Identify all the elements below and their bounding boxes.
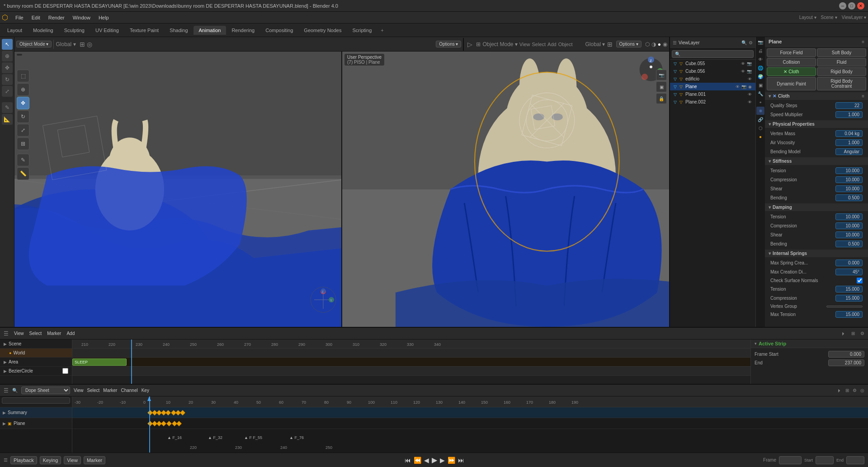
rotate-tool-icon[interactable]: ↻ <box>2 74 13 85</box>
vp-header-icon-2[interactable]: ⊞ <box>476 41 481 47</box>
viewlayer-selector[interactable]: ViewLayer ▾ <box>842 15 866 20</box>
lock-camera-icon[interactable]: 🔒 <box>656 93 667 104</box>
vp-view-menu[interactable]: View <box>519 42 530 47</box>
annotate-tool-icon[interactable]: ✎ <box>2 102 13 113</box>
cloth-btn[interactable]: ✕ Cloth <box>767 67 816 76</box>
vertex-group-value[interactable] <box>826 306 863 307</box>
ws-tab-animation[interactable]: Animation <box>193 26 226 35</box>
view-menu-btn[interactable]: View <box>64 456 81 464</box>
quality-steps-value[interactable]: 22 <box>835 102 863 109</box>
frame-start-value[interactable]: 0.000 <box>828 351 864 358</box>
outliner-search-input[interactable] <box>672 50 754 58</box>
options-btn-right[interactable]: Options ▾ <box>616 41 642 47</box>
vp-header-icon-1[interactable]: ▷ <box>466 41 474 48</box>
object-mode-selector[interactable]: Object Mode ▾ <box>16 41 52 47</box>
eye-icon-plane001[interactable]: 👁 <box>748 92 752 97</box>
ws-tab-scripting[interactable]: Scripting <box>347 26 377 35</box>
vp-mode-selector[interactable]: Object Mode ▾ <box>482 41 517 47</box>
render-preview-icon[interactable]: ▣ <box>656 81 667 92</box>
outliner-item-edificio[interactable]: ▽ ▽ edificio 👁 <box>670 75 755 83</box>
prop-tab-physics[interactable]: ⚛ <box>756 107 764 115</box>
menu-window[interactable]: Window <box>69 14 94 21</box>
nla-add-menu[interactable]: Add <box>66 331 75 336</box>
eye-icon-edificio[interactable]: 👁 <box>748 77 752 81</box>
nla-scene-item[interactable]: ▶ Scene <box>0 340 72 349</box>
nla-world-strip[interactable]: SLEEP <box>72 359 127 366</box>
vp-object-menu[interactable]: Object <box>558 42 573 47</box>
cursor-icon[interactable]: ⊕ <box>17 83 29 96</box>
viewport-right[interactable]: User Perspective (7) PISO | Plane Z Y <box>342 52 669 327</box>
menu-help[interactable]: Help <box>95 14 113 21</box>
snap-icon[interactable]: ⊞ <box>80 41 85 48</box>
rotate-icon[interactable]: ↻ <box>17 110 29 123</box>
stiffness-bending-value[interactable]: 0.500 <box>835 194 863 201</box>
collision-btn[interactable]: Collision <box>767 58 816 66</box>
ws-tab-modeling[interactable]: Modeling <box>28 26 59 35</box>
nla-tool-2[interactable]: ⊞ <box>851 331 855 336</box>
eye-icon-cube056[interactable]: 👁 <box>741 69 745 74</box>
camera-icon[interactable]: 📷 <box>656 70 667 80</box>
outliner-item-plane001[interactable]: ▽ ▽ Plane.001 👁 <box>670 90 755 98</box>
eye-icon-cube055[interactable]: 👁 <box>741 61 745 66</box>
transform-icon[interactable]: ⊞ <box>17 137 29 150</box>
fluid-btn[interactable]: Fluid <box>817 58 866 66</box>
damping-toggle[interactable]: Damping <box>765 203 868 211</box>
force-field-btn[interactable]: Force Field <box>767 48 816 57</box>
nla-tool-1[interactable]: ⏵ <box>841 331 846 336</box>
nla-marker-menu[interactable]: Marker <box>47 331 61 336</box>
summary-track-label[interactable]: ▶ Summary <box>0 407 72 418</box>
ws-tab-rendering[interactable]: Rendering <box>226 26 260 35</box>
prop-tab-material[interactable]: ● <box>756 132 764 141</box>
cam-icon-cube056[interactable]: 📷 <box>747 69 752 74</box>
close-button[interactable]: ✕ <box>857 2 864 9</box>
cursor-tool-icon[interactable]: ⊕ <box>2 51 13 61</box>
dope-tool-onion[interactable]: ◎ <box>860 388 864 393</box>
viewport-left[interactable]: ⬚ ⊕ ✥ ↻ ⤢ ⊞ ✎ 📏 <box>14 52 342 327</box>
next-keyframe-btn[interactable]: ▶ <box>440 457 445 464</box>
measure-tool-icon[interactable]: 📐 <box>2 114 13 125</box>
move-tool-icon[interactable]: ✥ <box>2 62 13 73</box>
minimize-button[interactable]: ─ <box>839 2 846 9</box>
ws-tab-sculpting[interactable]: Sculpting <box>59 26 90 35</box>
scale-tool-icon[interactable]: ⤢ <box>2 86 13 97</box>
menu-render[interactable]: Render <box>45 14 68 21</box>
playback-icon[interactable]: ☰ <box>4 458 8 462</box>
vp-snap-2[interactable]: ⊞ <box>607 41 613 48</box>
annotate-icon[interactable]: ✎ <box>17 154 29 166</box>
damping-bending-value[interactable]: 0.500 <box>835 241 863 247</box>
check-normals-checkbox[interactable] <box>857 278 863 283</box>
nla-world-item[interactable]: ● World <box>0 349 72 358</box>
physical-props-toggle[interactable]: Physical Properties <box>765 120 868 128</box>
prop-tab-modifier[interactable]: 🔧 <box>756 90 764 98</box>
prop-tab-world[interactable]: 🌍 <box>756 72 764 80</box>
physics-panel-menu[interactable]: ≡ <box>862 39 864 44</box>
dope-marker-menu[interactable]: Marker <box>103 388 117 393</box>
render-icon-plane[interactable]: ◉ <box>748 85 752 89</box>
rigid-body-btn[interactable]: Rigid Body <box>817 67 866 76</box>
stiffness-tension-value[interactable]: 10.000 <box>835 167 863 174</box>
dope-view-menu[interactable]: View <box>74 388 84 393</box>
menu-file[interactable]: File <box>12 14 27 21</box>
prop-tab-render[interactable]: 📷 <box>756 38 764 46</box>
outliner-item-cube055[interactable]: ▽ ▽ Cube.055 👁 📷 <box>670 60 755 67</box>
move-icon[interactable]: ✥ <box>17 97 29 109</box>
prop-tab-object[interactable]: ▣ <box>756 81 764 89</box>
dope-menu-icon[interactable]: ☰ <box>4 387 9 394</box>
current-frame-input[interactable]: 7 <box>779 456 802 464</box>
nla-timeline[interactable]: 210 220 230 240 250 260 270 280 290 300 … <box>72 340 750 384</box>
ws-tab-compositing[interactable]: Compositing <box>260 26 298 35</box>
outliner-item-plane[interactable]: ▽ ▽ Plane 👁 📷 ◉ <box>670 83 755 90</box>
dope-key-menu[interactable]: Key <box>142 388 149 393</box>
max-spring-value[interactable]: 0.000 <box>835 259 863 266</box>
dope-search-input[interactable] <box>2 397 70 404</box>
rigid-body-constraint-btn[interactable]: Rigid Body Constraint <box>817 77 866 90</box>
playback-menu-btn[interactable]: Playback <box>10 456 37 464</box>
options-btn-left[interactable]: Options ▾ <box>436 41 461 47</box>
maximize-button[interactable]: □ <box>848 2 855 9</box>
ws-tab-uv[interactable]: UV Editing <box>90 26 124 35</box>
dope-tool-2[interactable]: ⊞ <box>845 388 849 393</box>
dope-search-icon[interactable]: 🔍 <box>12 388 18 393</box>
damping-tension-value[interactable]: 10.000 <box>835 213 863 220</box>
stiffness-compression-value[interactable]: 10.000 <box>835 176 863 183</box>
outliner-settings-icon[interactable]: ⚙ <box>749 40 753 45</box>
